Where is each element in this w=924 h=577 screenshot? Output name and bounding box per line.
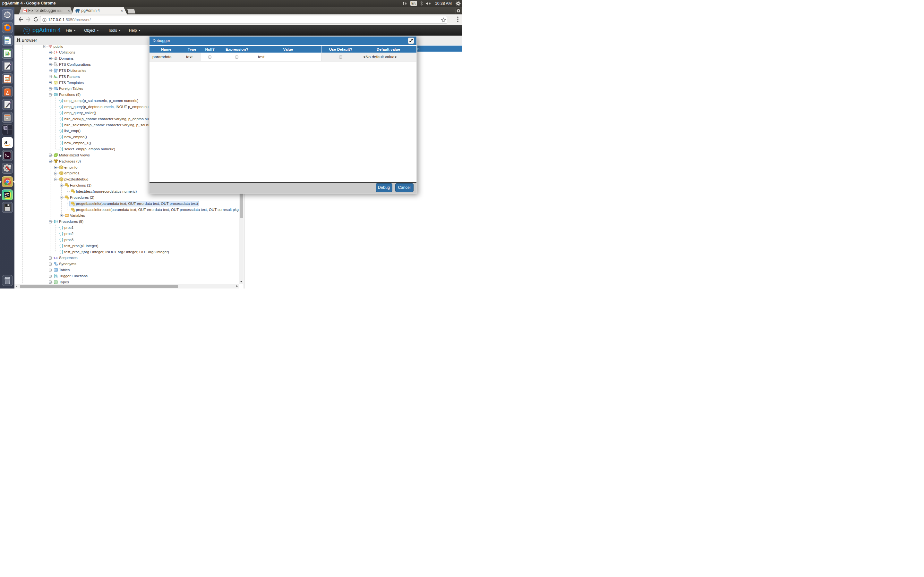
svg-text:a: a	[56, 76, 58, 79]
svg-text:1.3: 1.3	[53, 256, 57, 259]
svg-text:A: A	[53, 75, 56, 79]
svg-text:B: B	[54, 52, 55, 55]
svg-text:PC: PC	[5, 192, 9, 196]
